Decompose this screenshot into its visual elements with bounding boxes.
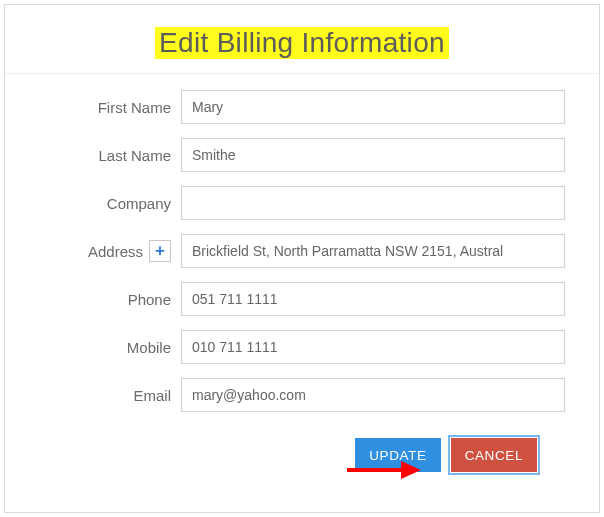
row-phone: Phone — [5, 282, 565, 316]
add-address-button[interactable]: + — [149, 240, 171, 262]
action-bar: UPDATE CANCEL — [5, 438, 565, 472]
address-input[interactable] — [181, 234, 565, 268]
page-title: Edit Billing Information — [155, 27, 449, 59]
update-button[interactable]: UPDATE — [355, 438, 440, 472]
label-address: Address — [88, 243, 143, 260]
label-mobile: Mobile — [5, 339, 181, 356]
label-last-name: Last Name — [5, 147, 181, 164]
mobile-input[interactable] — [181, 330, 565, 364]
label-company: Company — [5, 195, 181, 212]
edit-billing-panel: Edit Billing Information First Name Last… — [4, 4, 600, 513]
row-first-name: First Name — [5, 90, 565, 124]
first-name-input[interactable] — [181, 90, 565, 124]
row-email: Email — [5, 378, 565, 412]
company-input[interactable] — [181, 186, 565, 220]
label-phone: Phone — [5, 291, 181, 308]
label-address-group: Address + — [5, 240, 181, 262]
phone-input[interactable] — [181, 282, 565, 316]
billing-form: First Name Last Name Company Address + P… — [5, 74, 599, 472]
label-first-name: First Name — [5, 99, 181, 116]
cancel-button[interactable]: CANCEL — [451, 438, 537, 472]
row-mobile: Mobile — [5, 330, 565, 364]
title-bar: Edit Billing Information — [5, 5, 599, 74]
row-company: Company — [5, 186, 565, 220]
label-email: Email — [5, 387, 181, 404]
last-name-input[interactable] — [181, 138, 565, 172]
email-input[interactable] — [181, 378, 565, 412]
row-address: Address + — [5, 234, 565, 268]
row-last-name: Last Name — [5, 138, 565, 172]
